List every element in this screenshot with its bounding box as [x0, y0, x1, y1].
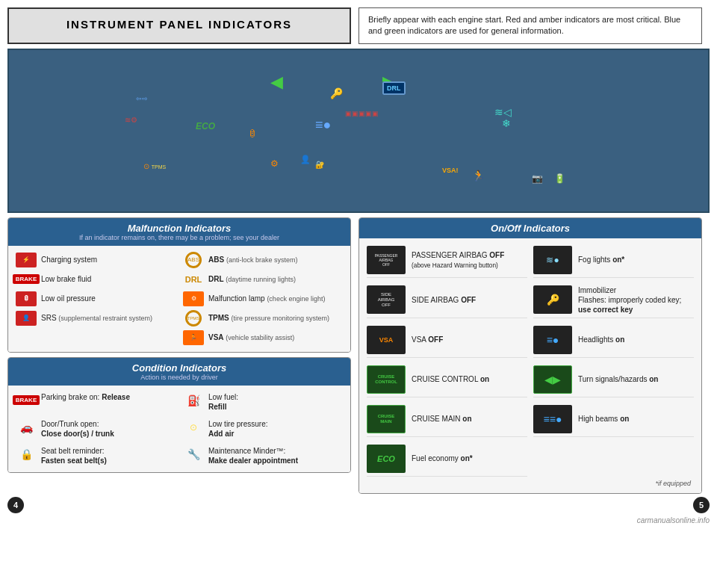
passenger-airbag-text: PASSENGER AIRBAG OFF(above Hazard Warnin… — [412, 250, 504, 270]
immobilizer-text: ImmobilizerFlashes: improperly coded key… — [578, 285, 681, 315]
left-panels: Malfunction Indicators If an indicator r… — [7, 217, 351, 494]
maintenance-icon: 🔧 — [183, 446, 204, 462]
seatbelt-label: Seat belt reminder:Fasten seat belt(s) — [41, 446, 107, 465]
description-box: Briefly appear with each engine start. R… — [358, 7, 702, 44]
engine-panel-icon: ⚙ — [270, 158, 279, 169]
door-trunk-icon: 🚗 — [16, 419, 37, 436]
tpms-panel-icon: ⊙ TPMS — [143, 162, 166, 170]
seatbelt-icon: 🔒 — [16, 446, 37, 462]
condition-subtitle: Action is needed by driver — [11, 374, 347, 381]
charging-label: Charging system — [41, 255, 97, 264]
page-wrapper: INSTRUMENT PANEL INDICATORS Briefly appe… — [0, 0, 717, 532]
onoff-title: On/Off Indicators — [362, 223, 698, 234]
condition-card: Condition Indicators Action is needed by… — [7, 357, 351, 473]
arrows-panel-icon: ⇦⇨ — [136, 95, 148, 102]
headlights-item: ≡● Headlights on — [533, 323, 694, 358]
page-numbers: 4 5 — [7, 497, 710, 513]
person-slip-icon: 🏃 — [472, 170, 485, 182]
low-fuel-item: ⛽ Low fuel:Refill — [183, 390, 343, 414]
camera-panel-icon: 📷 — [532, 173, 543, 184]
charging-item: ⚡ Charging system — [16, 250, 176, 270]
brake-label: Low brake fluid — [41, 274, 91, 284]
malfunction-grid: ⚡ Charging system BRAKE Low brake fluid — [16, 250, 343, 347]
malfunction-body: ⚡ Charging system BRAKE Low brake fluid — [8, 246, 350, 352]
top-section: INSTRUMENT PANEL INDICATORS Briefly appe… — [7, 7, 710, 44]
speed-hint: ▣▣▣▣▣ — [345, 110, 379, 117]
battery-panel-icon: 🔋 — [554, 173, 565, 184]
drl-item: DRL DRL (daytime running lights) — [183, 270, 343, 289]
parking-brake-label: Parking brake on: Release — [41, 392, 130, 402]
door-trunk-label: Door/Trunk open:Close door(s) / trunk — [41, 419, 114, 439]
malfunction-title: Malfunction Indicators — [11, 223, 347, 234]
oil-panel-icon: 🛢 — [248, 129, 257, 139]
malfunction-subtitle: If an indicator remains on, there may be… — [11, 234, 347, 241]
abs-panel-icon: ≋⚙ — [125, 116, 137, 124]
parking-brake-item: BRAKE Parking brake on: Release — [16, 390, 176, 414]
tpms-item: TPMS TPMS (tire pressure monitoring syst… — [183, 309, 343, 328]
immobilizer-icon: 🔑 — [533, 285, 572, 314]
low-fuel-label: Low fuel:Refill — [208, 392, 238, 412]
seatbelt-panel-icon: 🔐 — [315, 161, 324, 169]
drl-label: DRL (daytime running lights) — [208, 274, 296, 285]
high-beams-icon: ≡≡● — [533, 405, 572, 433]
eco-panel-icon: ECO — [196, 121, 215, 131]
oil-item: 🛢 Low oil pressure — [16, 289, 176, 309]
page-description: Briefly appear with each engine start. R… — [368, 14, 692, 37]
eco-text: Fuel economy on* — [412, 454, 473, 463]
vsa-off-item: VSA VSA OFF — [367, 323, 527, 358]
onoff-grid: PASSENGERAIRBAGOFF PASSENGER AIRBAG OFF(… — [367, 243, 694, 477]
vsa-panel-icon: VSA! — [442, 166, 459, 174]
footnote: *if equipped — [367, 477, 694, 489]
turn-signals-icon: ◀▶ — [533, 365, 572, 394]
oil-icon: 🛢 — [16, 291, 37, 307]
instrument-panel: ◀ ▶ 🔑 DRL ≡● ECO ≋◁ ❄ ⊙ TPMS ⚙ 👤 🔐 VSA! … — [7, 49, 710, 213]
oil-label: Low oil pressure — [41, 294, 96, 303]
seatbelt-item: 🔒 Seat belt reminder:Fasten seat belt(s) — [16, 444, 176, 468]
malfunction-lamp-item: ⚙ Malfunction lamp (check engine light) — [183, 289, 343, 309]
condition-header: Condition Indicators Action is needed by… — [8, 358, 350, 386]
right-panel: On/Off Indicators PASSENGERAIRBAGOFF PAS… — [358, 217, 702, 494]
cruise-main-item: CRUISEMAIN CRUISE MAIN on — [367, 402, 527, 437]
cruise-control-icon: CRUISECONTROL — [367, 365, 406, 394]
low-tire-icon: ⊙ — [183, 419, 204, 436]
srs-label: SRS (supplemental restraint system) — [41, 313, 152, 324]
side-airbag-icon: SIDEAIRBAGOFF — [367, 285, 406, 314]
high-beams-text: High beams on — [578, 414, 629, 424]
empty-cell — [533, 442, 694, 477]
eco-icon: ECO — [367, 445, 406, 473]
vsa-off-text: VSA OFF — [412, 335, 443, 344]
onoff-card: On/Off Indicators PASSENGERAIRBAGOFF PAS… — [358, 217, 702, 494]
condition-grid: BRAKE Parking brake on: Release ⛽ Low fu… — [16, 390, 343, 468]
cruise-control-item: CRUISECONTROL CRUISE CONTROL on — [367, 362, 527, 397]
side-airbag-text: SIDE AIRBAG OFF — [412, 295, 476, 305]
malfunction-card: Malfunction Indicators If an indicator r… — [7, 217, 351, 353]
fog-lights-text: Fog lights on* — [578, 255, 624, 264]
cruise-main-text: CRUISE MAIN on — [412, 414, 472, 424]
turn-signals-text: Turn signals/hazards on — [578, 374, 658, 384]
parking-brake-icon: BRAKE — [16, 392, 37, 409]
fog-lights-icon: ≋● — [533, 246, 572, 274]
door-trunk-item: 🚗 Door/Trunk open:Close door(s) / trunk — [16, 417, 176, 441]
tpms-label: TPMS (tire pressure monitoring system) — [208, 313, 329, 324]
vsa-icon: 🏃 — [183, 329, 204, 346]
abs-item: ABS ABS (anti-lock brake system) — [183, 250, 343, 270]
low-fuel-icon: ⛽ — [183, 392, 204, 409]
fog-lights-item: ≋● Fog lights on* — [533, 243, 694, 278]
passenger-airbag-item: PASSENGERAIRBAGOFF PASSENGER AIRBAG OFF(… — [367, 243, 527, 278]
low-tire-label: Low tire pressure:Add air — [208, 419, 267, 439]
condition-title: Condition Indicators — [11, 362, 347, 374]
abs-label: ABS (anti-lock brake system) — [208, 255, 297, 265]
passenger-airbag-icon: PASSENGERAIRBAGOFF — [367, 246, 406, 274]
key-icon: 🔑 — [330, 87, 343, 99]
brake-icon: BRAKE — [16, 271, 37, 288]
vsa-item: 🏃 VSA (vehicle stability assist) — [183, 328, 343, 347]
immobilizer-item: 🔑 ImmobilizerFlashes: improperly coded k… — [533, 282, 694, 318]
malfunction-right-col: ABS ABS (anti-lock brake system) DRL DRL… — [183, 250, 343, 347]
vsa-label: VSA (vehicle stability assist) — [208, 332, 294, 343]
headlights-icon: ≡● — [533, 326, 572, 354]
bottom-section: Malfunction Indicators If an indicator r… — [7, 217, 710, 494]
tpms-icon: TPMS — [183, 310, 204, 327]
watermark: carmanualsonline.info — [7, 516, 710, 524]
srs-icon: 👤 — [16, 310, 37, 327]
side-airbag-item: SIDEAIRBAGOFF SIDE AIRBAG OFF — [367, 282, 527, 318]
